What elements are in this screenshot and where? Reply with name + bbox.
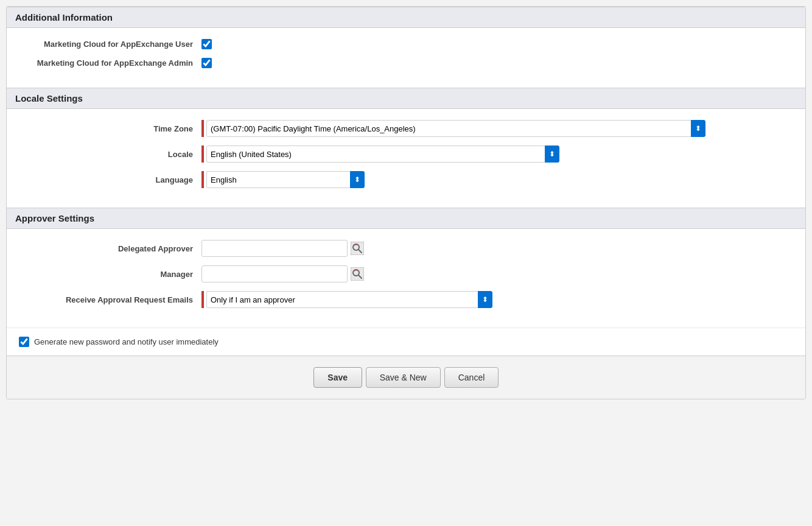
language-label: Language bbox=[19, 175, 201, 184]
generate-password-row: Generate new password and notify user im… bbox=[7, 328, 805, 356]
language-row: Language English bbox=[19, 171, 793, 188]
manager-row: Manager bbox=[19, 265, 793, 282]
page-container: Additional Information Marketing Cloud f… bbox=[6, 6, 806, 399]
locale-label: Locale bbox=[19, 150, 201, 159]
locale-settings-header: Locale Settings bbox=[7, 88, 805, 109]
timezone-select-wrapper: (GMT-07:00) Pacific Daylight Time (Ameri… bbox=[206, 120, 705, 137]
receive-approval-row: Receive Approval Request Emails Only if … bbox=[19, 291, 793, 308]
timezone-row: Time Zone (GMT-07:00) Pacific Daylight T… bbox=[19, 120, 793, 137]
locale-select-wrapper: English (United States) bbox=[206, 146, 559, 163]
marketing-user-control bbox=[201, 39, 793, 49]
language-control: English bbox=[201, 171, 793, 188]
manager-control bbox=[201, 265, 793, 282]
additional-info-body: Marketing Cloud for AppExchange User Mar… bbox=[7, 28, 805, 88]
generate-password-checkbox[interactable] bbox=[19, 337, 29, 347]
receive-approval-select[interactable]: Only if I am an approverAlwaysNever bbox=[206, 291, 492, 308]
timezone-select[interactable]: (GMT-07:00) Pacific Daylight Time (Ameri… bbox=[206, 120, 705, 137]
locale-select[interactable]: English (United States) bbox=[206, 146, 559, 163]
manager-lookup-svg-icon bbox=[351, 267, 364, 281]
footer-buttons: Save Save & New Cancel bbox=[7, 356, 805, 399]
approver-settings-title: Approver Settings bbox=[15, 213, 797, 223]
manager-lookup-icon bbox=[351, 267, 364, 281]
delegated-approver-input[interactable] bbox=[201, 240, 348, 257]
additional-info-title: Additional Information bbox=[15, 12, 797, 23]
receive-approval-select-wrapper: Only if I am an approverAlwaysNever bbox=[206, 291, 492, 308]
receive-approval-label: Receive Approval Request Emails bbox=[19, 295, 201, 304]
locale-settings-body: Time Zone (GMT-07:00) Pacific Daylight T… bbox=[7, 109, 805, 208]
delegated-approver-control bbox=[201, 240, 793, 257]
manager-input[interactable] bbox=[201, 265, 348, 282]
additional-info-section: Additional Information Marketing Cloud f… bbox=[7, 7, 805, 88]
cancel-button[interactable]: Cancel bbox=[444, 367, 499, 388]
approver-settings-header: Approver Settings bbox=[7, 208, 805, 229]
manager-label: Manager bbox=[19, 270, 201, 279]
locale-control: English (United States) bbox=[201, 146, 793, 163]
approver-settings-section: Approver Settings Delegated Approver bbox=[7, 208, 805, 328]
timezone-required-bar bbox=[201, 120, 204, 137]
additional-info-header: Additional Information bbox=[7, 7, 805, 28]
save-button[interactable]: Save bbox=[313, 367, 362, 388]
save-new-button[interactable]: Save & New bbox=[366, 367, 441, 388]
delegated-approver-lookup-button[interactable] bbox=[350, 241, 365, 256]
receive-approval-control: Only if I am an approverAlwaysNever bbox=[201, 291, 793, 308]
language-required-bar bbox=[201, 171, 204, 188]
lookup-icon bbox=[351, 242, 364, 255]
language-select[interactable]: English bbox=[206, 171, 365, 188]
locale-settings-section: Locale Settings Time Zone (GMT-07:00) Pa… bbox=[7, 88, 805, 208]
receive-approval-required-bar bbox=[201, 291, 204, 308]
marketing-admin-checkbox[interactable] bbox=[201, 58, 212, 68]
timezone-label: Time Zone bbox=[19, 124, 201, 133]
marketing-admin-control bbox=[201, 58, 793, 68]
marketing-admin-row: Marketing Cloud for AppExchange Admin bbox=[19, 58, 793, 68]
locale-row: Locale English (United States) bbox=[19, 146, 793, 163]
marketing-admin-label: Marketing Cloud for AppExchange Admin bbox=[19, 58, 201, 68]
approver-settings-body: Delegated Approver bbox=[7, 229, 805, 328]
timezone-control: (GMT-07:00) Pacific Daylight Time (Ameri… bbox=[201, 120, 793, 137]
lookup-svg-icon bbox=[351, 242, 364, 255]
manager-lookup-button[interactable] bbox=[350, 267, 365, 281]
delegated-approver-label: Delegated Approver bbox=[19, 244, 201, 253]
delegated-approver-row: Delegated Approver bbox=[19, 240, 793, 257]
marketing-user-row: Marketing Cloud for AppExchange User bbox=[19, 39, 793, 49]
language-select-wrapper: English bbox=[206, 171, 365, 188]
generate-password-label[interactable]: Generate new password and notify user im… bbox=[34, 337, 219, 346]
marketing-user-label: Marketing Cloud for AppExchange User bbox=[19, 40, 201, 49]
locale-required-bar bbox=[201, 146, 204, 163]
locale-settings-title: Locale Settings bbox=[15, 93, 797, 103]
marketing-user-checkbox[interactable] bbox=[201, 39, 212, 49]
